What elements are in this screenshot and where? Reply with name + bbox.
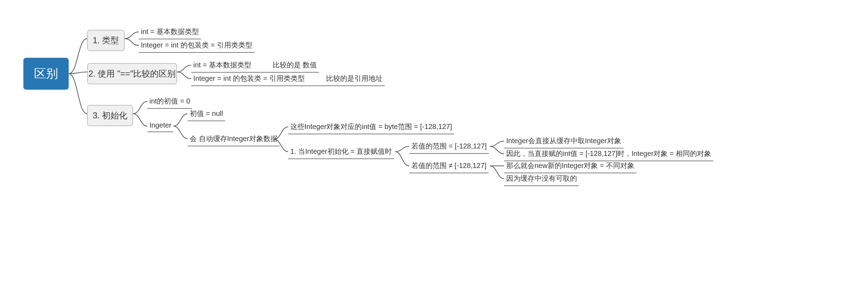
leaf-integer-cache: 会 自动缓存Integer对象数据 [188,133,280,146]
leaf-integer-wrapper: Integer = int 的包装类 = 引用类类型 [139,40,255,53]
branch-init[interactable]: 3. 初始化 [87,105,133,126]
mindmap-canvas: 区别 1. 类型 int = 基本数据类型 Integer = int 的包装类… [0,0,868,297]
branch-type[interactable]: 1. 类型 [87,30,125,51]
leaf-range-out-b: 因为缓存中没有可取的 [504,173,579,186]
root-node[interactable]: 区别 [23,58,69,90]
leaf-integer-null: 初值 = null [188,108,225,121]
leaf-int-primitive: int = 基本数据类型 [139,26,201,39]
leaf-init-direct: 1. 当Integer初始化 = 直接赋值时 [288,146,394,159]
leaf-int-default: int的初值 = 0 [147,96,192,109]
leaf-range-in-a: Integer会直接从缓存中取Integer对象 [504,135,623,148]
leaf-range-out: 若值的范围 ≠ [-128,127] [409,160,489,173]
leaf-range-in-b: 因此，当直接赋的int值 = [-128,127]时，Integer对象 = 相… [504,148,713,161]
leaf-cache-range: 这些Integer对象对应的int值 = byte范围 = [-128,127] [288,121,454,134]
branch-equals-compare[interactable]: 2. 使用 "=="比较的区别 [87,63,177,84]
leaf-integer-compare: Integer = int 的包装类 = 引用类类型比较的是引用地址 [191,73,385,86]
leaf-range-out-a: 那么就会new新的Integer对象 = 不同对象 [504,160,636,173]
leaf-range-in: 若值的范围 = [-128,127] [409,141,489,154]
leaf-integer-label: Ingeter [147,121,173,132]
leaf-int-compare: int = 基本数据类型比较的是 数值 [191,60,319,73]
